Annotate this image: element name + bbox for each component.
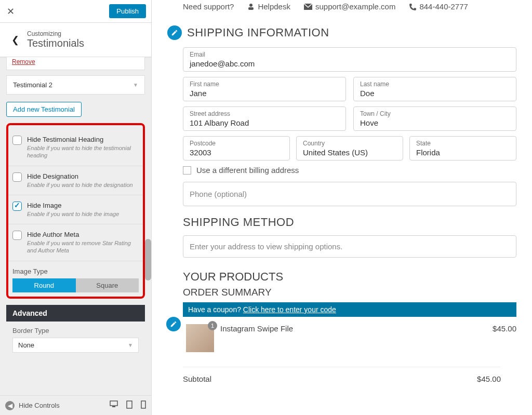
product-row: 1 Instagram Swipe File $45.00 xyxy=(186,324,516,359)
svg-point-4 xyxy=(249,4,252,7)
subtotal-row: Subtotal $45.00 xyxy=(183,367,501,383)
checkbox-hide-author-meta[interactable] xyxy=(12,231,22,240)
option-desc: Enable if you want to hide the testimoni… xyxy=(27,144,139,159)
mail-icon xyxy=(304,4,312,10)
different-billing-checkbox[interactable] xyxy=(183,166,191,175)
shipping-method-heading: SHIPPING METHOD xyxy=(183,216,516,229)
street-label: Street address xyxy=(190,110,339,117)
options-highlight-box: Hide Testimonial Heading Enable if you w… xyxy=(6,123,145,299)
product-qty-badge: 1 xyxy=(208,321,217,330)
customizer-footer: ◀ Hide Controls xyxy=(0,395,151,415)
email-label: Email xyxy=(190,51,510,58)
last-name-label: Last name xyxy=(360,81,510,88)
publish-button[interactable]: Publish xyxy=(109,4,146,18)
coupon-banner: Have a coupon? Click here to enter your … xyxy=(183,302,516,317)
checkbox-hide-designation[interactable] xyxy=(12,172,22,182)
option-hide-designation: Hide Designation Enable if you want to h… xyxy=(8,166,143,195)
svg-rect-0 xyxy=(110,401,117,406)
image-type-segmented: Round Square xyxy=(12,278,139,292)
state-field[interactable]: State Florida xyxy=(409,136,516,160)
svg-rect-2 xyxy=(127,401,132,408)
shipping-method-placeholder: Enter your address to view shipping opti… xyxy=(183,235,516,258)
town-value: Hove xyxy=(360,118,510,127)
mobile-icon[interactable] xyxy=(141,400,146,410)
hide-controls-button[interactable]: ◀ Hide Controls xyxy=(5,401,60,410)
tablet-icon[interactable] xyxy=(126,400,132,410)
border-type-value: None xyxy=(18,341,34,349)
support-need-label: Need support? xyxy=(183,2,234,11)
postcode-label: Postcode xyxy=(190,140,283,147)
close-icon[interactable]: ✕ xyxy=(5,6,16,17)
last-name-field[interactable]: Last name Doe xyxy=(353,77,516,101)
product-name: Instagram Swipe File xyxy=(220,324,486,333)
postcode-value: 32003 xyxy=(190,148,283,157)
chevron-down-icon: ▼ xyxy=(128,342,133,348)
country-label: Country xyxy=(303,140,396,147)
support-helpdesk[interactable]: Helpdesk xyxy=(247,2,290,11)
checkbox-hide-image[interactable] xyxy=(12,202,22,211)
collapse-icon: ◀ xyxy=(5,401,15,410)
support-email[interactable]: support@example.com xyxy=(304,2,395,11)
email-value: janedoe@abc.com xyxy=(190,59,510,68)
shipping-form: Email janedoe@abc.com First name Jane La… xyxy=(167,47,516,160)
border-type-select[interactable]: None ▼ xyxy=(12,338,139,353)
preview-pane: Need support? Helpdesk support@example.c… xyxy=(152,0,532,415)
subtotal-label: Subtotal xyxy=(183,374,211,383)
chevron-down-icon: ▼ xyxy=(133,82,138,88)
phone-field[interactable]: Phone (optional) xyxy=(183,182,516,206)
add-testimonial-button[interactable]: Add new Testimonial xyxy=(6,102,82,117)
scrollbar-thumb[interactable] xyxy=(145,239,151,280)
street-value: 101 Albany Road xyxy=(190,118,339,127)
different-billing-row: Use a different billing address xyxy=(183,166,516,175)
support-bar: Need support? Helpdesk support@example.c… xyxy=(167,0,516,25)
state-label: State xyxy=(416,140,510,147)
testimonial-dropdown[interactable]: Testimonial 2 ▼ xyxy=(6,75,145,95)
svg-rect-1 xyxy=(112,406,115,407)
email-field[interactable]: Email janedoe@abc.com xyxy=(183,47,516,72)
remove-link[interactable]: Remove xyxy=(6,57,145,70)
desktop-icon[interactable] xyxy=(110,400,118,410)
option-desc: Enable if you want to hide the designati… xyxy=(27,181,133,189)
shipping-heading-row: SHIPPING INFORMATION xyxy=(167,25,516,40)
svg-rect-3 xyxy=(141,401,145,408)
svg-rect-5 xyxy=(248,7,254,10)
edit-section-button[interactable] xyxy=(167,25,182,40)
support-phone-label: 844-440-2777 xyxy=(419,2,468,11)
image-type-label: Image Type xyxy=(8,261,143,278)
option-desc: Enable if you want to hide the image xyxy=(27,210,119,218)
option-hide-image: Hide Image Enable if you want to hide th… xyxy=(8,195,143,224)
pencil-icon xyxy=(170,320,177,328)
option-label: Hide Image xyxy=(27,202,119,209)
phone-icon xyxy=(409,3,416,10)
postcode-field[interactable]: Postcode 32003 xyxy=(183,136,290,160)
customizing-label: Customizing xyxy=(27,30,84,37)
product-thumbnail: 1 xyxy=(186,324,214,352)
back-icon[interactable]: ❮ xyxy=(7,34,23,46)
coupon-text: Have a coupon? xyxy=(188,305,243,314)
option-label: Hide Testimonial Heading xyxy=(27,136,139,143)
shipping-heading: SHIPPING INFORMATION xyxy=(187,26,329,39)
coupon-link[interactable]: Click here to enter your code xyxy=(243,305,336,314)
option-label: Hide Author Meta xyxy=(27,231,139,238)
checkbox-hide-heading[interactable] xyxy=(12,136,22,145)
border-type-label: Border Type xyxy=(6,322,145,334)
country-field[interactable]: Country United States (US) xyxy=(296,136,403,160)
street-field[interactable]: Street address 101 Albany Road xyxy=(183,106,346,131)
customizer-topbar: ✕ Publish xyxy=(0,0,151,23)
hide-controls-label: Hide Controls xyxy=(19,401,60,409)
advanced-section-header[interactable]: Advanced xyxy=(6,305,145,322)
edit-products-button[interactable] xyxy=(166,317,181,331)
image-type-round[interactable]: Round xyxy=(12,278,76,292)
first-name-label: First name xyxy=(190,81,339,88)
option-label: Hide Designation xyxy=(27,172,133,180)
first-name-field[interactable]: First name Jane xyxy=(183,77,346,101)
support-phone[interactable]: 844-440-2777 xyxy=(409,2,468,11)
option-desc: Enable if you want to remove Star Rating… xyxy=(27,239,139,255)
customizer-sidebar: ✕ Publish ❮ Customizing Testimonials Rem… xyxy=(0,0,152,415)
user-icon xyxy=(247,3,255,10)
town-field[interactable]: Town / City Hove xyxy=(353,106,516,131)
section-title: Testimonials xyxy=(27,37,84,49)
product-row-wrap: 1 Instagram Swipe File $45.00 xyxy=(167,317,516,359)
first-name-value: Jane xyxy=(190,89,339,98)
image-type-square[interactable]: Square xyxy=(76,278,139,292)
